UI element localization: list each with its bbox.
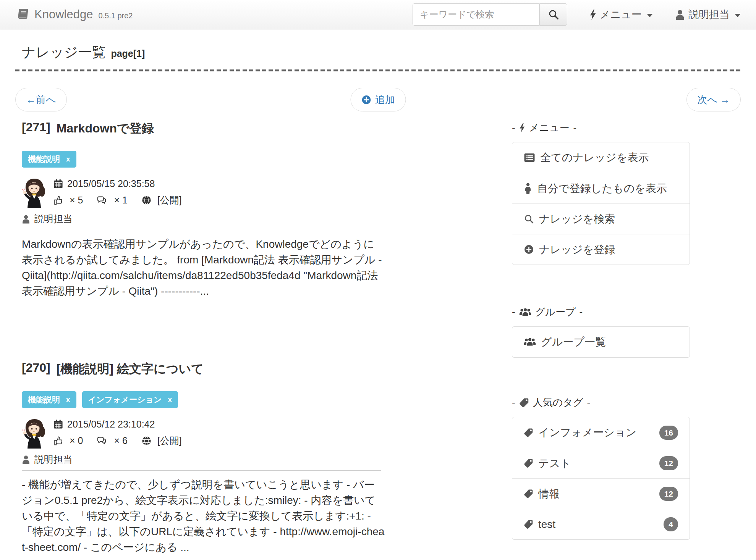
page-indicator: page[1] xyxy=(111,48,145,59)
comment-count: × 1 xyxy=(114,195,127,206)
tag-icon xyxy=(524,458,533,468)
search-button[interactable] xyxy=(539,3,567,26)
next-button[interactable]: 次へ → xyxy=(686,88,741,111)
sidebar-item-add-knowledge[interactable]: ナレッジを登録 xyxy=(512,234,690,265)
navbar-right: メニュー 説明担当 xyxy=(413,3,741,26)
male-icon xyxy=(524,183,532,194)
tag-count-badge: 12 xyxy=(659,487,678,501)
tag-row-test[interactable]: test 4 xyxy=(512,509,690,539)
tag-remove[interactable]: x xyxy=(66,395,70,404)
menu-dropdown[interactable]: メニュー xyxy=(589,8,653,21)
knowledge-item[interactable]: [271] Markdownで登録 機能説明 x 2015/05/15 20:3… xyxy=(22,120,378,299)
book-icon xyxy=(15,8,29,21)
sidebar-item-group-list[interactable]: グループ一覧 xyxy=(512,327,690,357)
brand-version: 0.5.1 pre2 xyxy=(98,11,133,20)
page-header: ナレッジ一覧 page[1] xyxy=(15,43,741,62)
knowledge-id: [271] xyxy=(22,120,50,137)
sidebar-group-header: - グループ - xyxy=(512,305,690,319)
knowledge-tags: 機能説明 x インフォメーション x xyxy=(22,391,378,408)
plus-circle-icon xyxy=(524,244,534,255)
bolt-icon xyxy=(589,10,596,20)
users-icon xyxy=(524,337,536,347)
meta-divider xyxy=(22,230,381,230)
user-dropdown-label: 説明担当 xyxy=(688,8,730,21)
tag-count-badge: 16 xyxy=(659,426,678,440)
visibility-label: [公開] xyxy=(157,194,182,207)
knowledge-title-text: [機能説明] 絵文字について xyxy=(57,361,204,378)
search-icon xyxy=(524,214,534,224)
calendar-icon xyxy=(53,419,63,429)
menu-dropdown-label: メニュー xyxy=(600,8,642,21)
menu-panel: 全てのナレッジを表示 自分で登録したものを表示 ナレッジを検索 ナレッジを登録 xyxy=(512,142,690,265)
search-input[interactable] xyxy=(413,3,539,26)
brand[interactable]: Knowledge 0.5.1 pre2 xyxy=(15,8,133,21)
sidebar-group-title: グループ xyxy=(535,305,576,319)
globe-icon xyxy=(141,436,152,446)
knowledge-datetime: 2015/05/15 20:35:58 xyxy=(67,178,155,189)
knowledge-title[interactable]: [270] [機能説明] 絵文字について xyxy=(22,361,378,378)
sidebar-item-show-all[interactable]: 全てのナレッジを表示 xyxy=(512,142,690,173)
sidebar-item-show-mine[interactable]: 自分で登録したものを表示 xyxy=(512,173,690,203)
knowledge-author: 説明担当 xyxy=(22,453,378,466)
like-count: × 5 xyxy=(70,195,83,206)
tag-remove[interactable]: x xyxy=(66,155,70,163)
user-icon xyxy=(22,215,30,224)
tag-icon xyxy=(519,398,529,408)
knowledge-list: [271] Markdownで登録 機能説明 x 2015/05/15 20:3… xyxy=(15,112,378,560)
comments-icon xyxy=(97,436,108,446)
sidebar-menu-title: メニュー xyxy=(529,121,570,134)
knowledge-title[interactable]: [271] Markdownで登録 xyxy=(22,120,378,137)
comments-icon xyxy=(97,195,108,206)
sidebar-section-group: - グループ - グループ一覧 xyxy=(512,305,690,358)
tag-icon xyxy=(524,520,533,529)
list-icon xyxy=(524,152,535,163)
thumbs-up-icon xyxy=(53,436,64,446)
knowledge-author: 説明担当 xyxy=(22,213,378,225)
user-dropdown[interactable]: 説明担当 xyxy=(675,8,741,21)
sidebar: - メニュー - 全てのナレッジを表示 自分で登録したものを表示 xyxy=(512,112,690,560)
user-icon xyxy=(675,10,685,20)
prev-button[interactable]: ←前へ xyxy=(15,88,67,111)
dashed-divider xyxy=(15,69,741,71)
tag-row-information[interactable]: インフォメーション 16 xyxy=(512,417,690,448)
avatar xyxy=(22,178,47,208)
user-icon xyxy=(22,455,30,464)
caret-down-icon xyxy=(735,14,741,17)
tag-icon xyxy=(524,428,533,437)
tag-count-badge: 4 xyxy=(664,517,678,531)
prev-button-label: ←前へ xyxy=(26,93,56,107)
knowledge-tags: 機能説明 x xyxy=(22,151,378,168)
tag-remove[interactable]: x xyxy=(168,395,172,404)
add-button-label: 追加 xyxy=(375,93,395,107)
knowledge-meta: 2015/05/12 23:10:42 × 0 × 6 xyxy=(22,418,378,452)
tags-panel: インフォメーション 16 テスト 12 情報 12 xyxy=(512,417,690,540)
visibility-label: [公開] xyxy=(157,434,182,447)
meta-divider xyxy=(22,470,381,471)
knowledge-meta: 2015/05/15 20:35:58 × 5 × 1 xyxy=(22,178,378,211)
knowledge-item[interactable]: [270] [機能説明] 絵文字について 機能説明 x インフォメーション x xyxy=(22,361,378,555)
calendar-icon xyxy=(53,179,63,189)
search-group xyxy=(413,3,567,26)
navbar: Knowledge 0.5.1 pre2 メニュー 説明担当 xyxy=(0,0,756,29)
group-panel: グループ一覧 xyxy=(512,326,690,358)
sidebar-tags-title: 人気のタグ xyxy=(533,396,583,409)
sidebar-menu-header: - メニュー - xyxy=(512,121,690,134)
sidebar-section-menu: - メニュー - 全てのナレッジを表示 自分で登録したものを表示 xyxy=(512,121,690,265)
knowledge-excerpt: Markdownの表示確認用サンプルがあったので、Knowledgeでどのように… xyxy=(22,236,385,299)
tag-chip[interactable]: インフォメーション x xyxy=(82,391,178,408)
tag-icon xyxy=(524,489,533,499)
tag-chip[interactable]: 機能説明 x xyxy=(22,391,76,408)
plus-circle-icon xyxy=(361,95,371,105)
tag-row-info[interactable]: 情報 12 xyxy=(512,478,690,509)
sidebar-tags-header: - 人気のタグ - xyxy=(512,396,690,409)
comment-count: × 6 xyxy=(114,435,127,446)
tag-row-test-ja[interactable]: テスト 12 xyxy=(512,448,690,478)
knowledge-title-text: Markdownで登録 xyxy=(57,120,154,137)
tag-chip-label: インフォメーション xyxy=(88,394,162,405)
knowledge-excerpt: - 機能が増えてきたので、少しずつ説明を書いていこうと思います - バージョン0… xyxy=(22,477,385,555)
users-icon xyxy=(519,307,531,317)
knowledge-datetime: 2015/05/12 23:10:42 xyxy=(67,419,155,430)
tag-chip[interactable]: 機能説明 x xyxy=(22,151,76,168)
sidebar-item-search-knowledge[interactable]: ナレッジを検索 xyxy=(512,203,690,234)
add-button[interactable]: 追加 xyxy=(350,88,406,111)
